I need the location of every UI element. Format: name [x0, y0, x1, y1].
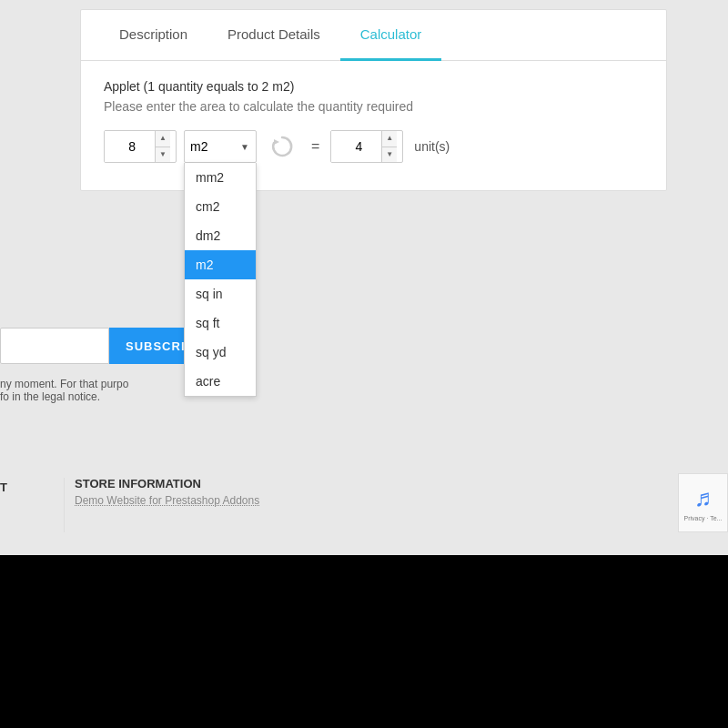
unit-label: unit(s) [414, 139, 450, 154]
equals-sign: = [308, 138, 323, 155]
dropdown-item-dm2[interactable]: dm2 [185, 221, 256, 250]
legal-line2: fo in the legal notice. [0, 390, 346, 403]
instruction-text: Please enter the area to calculate the q… [104, 99, 643, 114]
subscribe-input[interactable] [0, 328, 109, 364]
page-wrapper: Description Product Details Calculator A… [0, 0, 728, 728]
subscribe-area: SUBSCRI... [0, 328, 214, 364]
unit-select[interactable]: mm2 cm2 dm2 m2 sq in sq ft sq yd acre [184, 130, 257, 163]
dropdown-item-sq-yd[interactable]: sq yd [185, 338, 256, 367]
legal-text: ny moment. For that purpo fo in the lega… [0, 378, 346, 403]
area-spinners: ▲ ▼ [155, 131, 170, 162]
area-spinner-up[interactable]: ▲ [156, 131, 170, 147]
recaptcha-logo: ♬ [694, 484, 713, 512]
applet-text: Applet (1 quantity equals to 2 m2) [104, 79, 643, 94]
black-bottom [0, 555, 728, 728]
result-input[interactable] [331, 131, 381, 162]
calculator-row: ▲ ▼ mm2 cm2 dm2 m2 sq in sq ft sq yd acr… [104, 130, 643, 163]
store-info-title: STORE INFORMATION [75, 477, 259, 490]
dropdown-item-m2[interactable]: m2 [185, 250, 256, 279]
tab-product-details[interactable]: Product Details [207, 10, 340, 61]
unit-select-wrap[interactable]: mm2 cm2 dm2 m2 sq in sq ft sq yd acre ▼ [184, 130, 257, 163]
area-input-wrap: ▲ ▼ [104, 130, 177, 163]
section-divider [64, 478, 65, 532]
area-spinner-down[interactable]: ▼ [156, 147, 170, 163]
dropdown-item-sq-ft[interactable]: sq ft [185, 308, 256, 338]
recaptcha-widget: ♬ Privacy · Te... [678, 473, 728, 532]
unit-dropdown-menu[interactable]: mm2 cm2 dm2 m2 sq in sq ft [184, 163, 257, 397]
refresh-icon [268, 132, 297, 161]
tab-description[interactable]: Description [99, 10, 207, 61]
dropdown-item-cm2[interactable]: cm2 [185, 192, 256, 221]
recaptcha-links: Privacy · Te... [684, 515, 723, 521]
dropdown-item-acre[interactable]: acre [185, 367, 256, 396]
calculator-content: Applet (1 quantity equals to 2 m2) Pleas… [81, 61, 666, 190]
legal-line1: ny moment. For that purpo [0, 378, 346, 390]
area-input[interactable] [105, 131, 155, 162]
tab-calculator[interactable]: Calculator [340, 10, 442, 61]
result-spinner-up[interactable]: ▲ [382, 131, 397, 147]
dropdown-item-sq-in[interactable]: sq in [185, 279, 256, 308]
refresh-icon-wrap [264, 130, 300, 163]
tabs-container: Description Product Details Calculator [81, 10, 666, 61]
result-spinner-down[interactable]: ▼ [382, 147, 397, 163]
result-input-wrap: ▲ ▼ [330, 130, 403, 163]
svg-marker-0 [274, 139, 279, 145]
store-info-subtitle: Demo Website for Prestashop Addons [75, 494, 259, 507]
dropdown-item-mm2[interactable]: mm2 [185, 163, 256, 192]
store-left-label: T [0, 480, 7, 494]
main-card: Description Product Details Calculator A… [80, 9, 667, 191]
result-spinners: ▲ ▼ [381, 131, 397, 162]
store-section: STORE INFORMATION Demo Website for Prest… [75, 477, 259, 507]
